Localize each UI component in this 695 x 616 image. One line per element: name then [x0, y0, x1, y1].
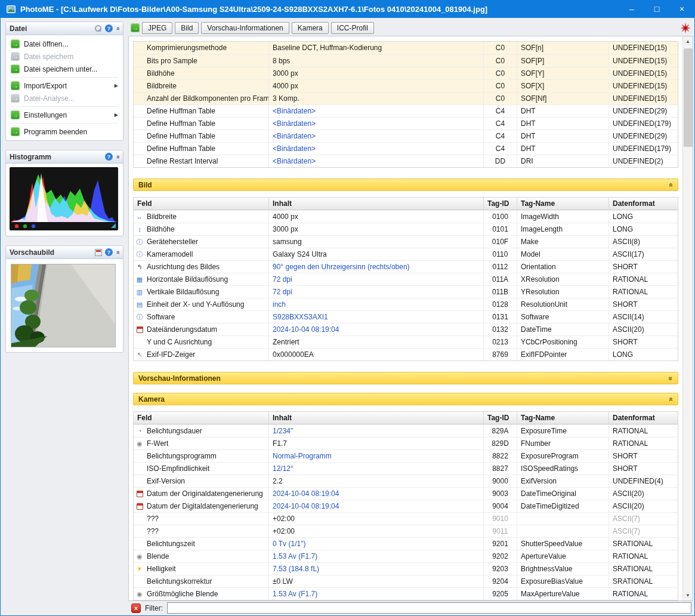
scroll-down-button[interactable]: ▼	[683, 590, 693, 600]
help-icon[interactable]: ?	[105, 24, 113, 32]
table-row[interactable]: Exif-Version2.29000ExifVersionUNDEFINED(…	[134, 475, 678, 487]
green-channel-dot[interactable]	[23, 224, 27, 228]
table-row[interactable]: Dateiänderungsdatum2024-10-04 08:19:0401…	[134, 323, 678, 335]
cell-inhalt[interactable]: inch	[268, 298, 483, 310]
resolution-y-icon: ▥	[137, 289, 143, 295]
panel-header-vorschaubild[interactable]: Vorschaubild ? »	[6, 246, 123, 259]
collapse-icon[interactable]: »	[667, 397, 675, 401]
sidebar-item[interactable]: →Programm beenden	[6, 125, 123, 138]
cell-inhalt[interactable]: 7.53 (184.8 fL)	[268, 563, 483, 575]
table-row[interactable]: Define Huffman Table<Binärdaten>C4DHTUND…	[134, 130, 678, 142]
vertical-scrollbar[interactable]: ▲ ▼	[682, 36, 693, 600]
table-row[interactable]: ISO-Empfindlichkeit12/12°8827ISOSpeedRat…	[134, 462, 678, 475]
table-row[interactable]: Define Huffman Table<Binärdaten>C4DHTUND…	[134, 117, 678, 130]
section-header-kamera[interactable]: Kamera »	[133, 393, 678, 405]
cell-inhalt[interactable]: 0 Tv (1/1")	[268, 538, 483, 550]
cell-inhalt[interactable]: Normal-Programm	[268, 450, 483, 462]
cell-inhalt[interactable]: <Binärdaten>	[268, 105, 483, 117]
filter-input[interactable]	[167, 602, 691, 614]
maximize-button[interactable]: □	[644, 0, 669, 18]
table-row[interactable]: ▦Horizontale Bildauflösung72 dpi011AXRes…	[134, 273, 678, 285]
red-channel-dot[interactable]	[15, 224, 18, 228]
bild-table: FeldInhaltTag-IDTag-NameDatenformat↔Bild…	[133, 197, 678, 361]
section-header-bild[interactable]: Bild »	[133, 178, 678, 191]
cell-inhalt[interactable]: 12/12°	[268, 463, 483, 475]
table-row[interactable]: ▤Einheit der X- und Y-Auflösunginch0128R…	[134, 298, 678, 310]
table-row[interactable]: ◉F-WertF1.7829DFNumberRATIONAL	[134, 437, 678, 449]
cell-inhalt[interactable]: 72 dpi	[268, 286, 483, 298]
table-row[interactable]: ???+02:009010ASCII(7)	[134, 512, 678, 525]
filter-close-icon[interactable]: ×	[131, 603, 141, 613]
cell-inhalt[interactable]: <Binärdaten>	[268, 130, 483, 142]
collapse-chevron-icon[interactable]: »	[114, 250, 121, 254]
table-row[interactable]: ◉Blende1.53 Av (F1.7)9202ApertureValueRA…	[134, 550, 678, 562]
cell-inhalt[interactable]: <Binärdaten>	[268, 118, 483, 130]
cell-inhalt[interactable]: 90° gegen den Uhrzeigersinn (rechts/oben…	[268, 261, 483, 273]
sidebar-item[interactable]: →Datei speichern unter...	[6, 63, 123, 75]
table-row[interactable]: ◔Belichtungsdauer1/234"829AExposureTimeR…	[134, 424, 678, 437]
cell-inhalt[interactable]: 1.53 Av (F1.7)	[268, 550, 483, 562]
sidebar-item[interactable]: →Import/Export▶	[6, 79, 123, 92]
table-row[interactable]: ↰Ausrichtung des Bildes90° gegen den Uhr…	[134, 260, 678, 273]
table-row[interactable]: ⓘGeräteherstellersamsung010FMakeASCII(8)	[134, 235, 678, 248]
cell-inhalt[interactable]: 1/234"	[268, 425, 483, 437]
table-row[interactable]: Belichtungszeit0 Tv (1/1")9201ShutterSpe…	[134, 537, 678, 550]
sidebar-item[interactable]: →Einstellungen▶	[6, 109, 123, 121]
cell-format: ASCII(17)	[608, 248, 678, 260]
table-row[interactable]: Datum der Digitaldatengenerierung2024-10…	[134, 500, 678, 512]
table-row[interactable]: ⓘSoftwareS928BXXS3AXI10131SoftwareASCII(…	[134, 310, 678, 323]
table-row[interactable]: ◉Größtmögliche Blende1.53 Av (F1.7)9205M…	[134, 587, 678, 600]
collapse-chevron-icon[interactable]: »	[114, 155, 121, 158]
table-row[interactable]: ↖Exif-IFD-Zeiger0x000000EA8769ExifIFDPoi…	[134, 348, 678, 361]
table-row[interactable]: Y und C AusrichtungZentriert0213YCbCrPos…	[134, 335, 678, 348]
preview-image[interactable]	[11, 264, 116, 347]
table-row[interactable]: Define Huffman Table<Binärdaten>C4DHTUND…	[134, 104, 678, 117]
tab-kamera[interactable]: Kamera	[292, 22, 329, 34]
detach-icon[interactable]	[95, 249, 102, 256]
table-row[interactable]: Define Huffman Table<Binärdaten>C4DHTUND…	[134, 142, 678, 155]
table-row[interactable]: Define Restart Interval<Binärdaten>DDDRI…	[134, 155, 678, 167]
minimize-button[interactable]: –	[619, 0, 644, 18]
sidebar-item[interactable]: →Datei öffnen...	[6, 38, 123, 50]
tab-jpeg[interactable]: JPEG	[142, 22, 172, 34]
cell-inhalt[interactable]: 2024-10-04 08:19:04	[268, 500, 483, 512]
collapse-chevron-icon[interactable]: »	[114, 26, 121, 30]
close-button[interactable]: ×	[669, 0, 694, 18]
table-row[interactable]: ↕Bildhöhe3000 px0101ImageLengthLONG	[134, 223, 678, 235]
help-icon[interactable]: ?	[105, 153, 113, 161]
cell-inhalt[interactable]: S928BXXS3AXI1	[268, 311, 483, 323]
table-row[interactable]: Bits pro Sample8 bpsC0SOF[P]UNDEFINED(15…	[134, 54, 678, 67]
table-row[interactable]: Belichtungskorrektur±0 LW9204ExposureBia…	[134, 575, 678, 587]
table-row[interactable]: BelichtungsprogrammNormal-Programm8822Ex…	[134, 449, 678, 462]
section-header-vorschau-informationen[interactable]: Vorschau-Informationen »	[133, 372, 678, 384]
table-row[interactable]: Bildhöhe3000 pxC0SOF[Y]UNDEFINED(15)	[134, 67, 678, 79]
table-row[interactable]: ☀Helligkeit7.53 (184.8 fL)9203Brightness…	[134, 562, 678, 575]
help-icon[interactable]: ?	[105, 248, 113, 256]
tab-bild[interactable]: Bild	[175, 22, 199, 34]
table-row[interactable]: ↔Bildbreite4000 px0100ImageWidthLONG	[134, 210, 678, 223]
cell-inhalt[interactable]: 2024-10-04 08:19:04	[268, 324, 483, 335]
search-icon[interactable]	[95, 25, 102, 32]
table-row[interactable]: Datum der Originaldatengenerierung2024-1…	[134, 487, 678, 500]
table-row[interactable]: ???+02:009011ASCII(7)	[134, 525, 678, 537]
cell-inhalt[interactable]: 2024-10-04 08:19:04	[268, 488, 483, 500]
expand-icon[interactable]: »	[667, 376, 675, 380]
table-row[interactable]: Anzahl der Bildkomponenten pro Frame3 Ko…	[134, 92, 678, 104]
cell-inhalt[interactable]: <Binärdaten>	[268, 143, 483, 155]
table-row[interactable]: ⓘKameramodellGalaxy S24 Ultra0110ModelAS…	[134, 248, 678, 260]
scroll-thumb[interactable]	[684, 48, 693, 147]
tab-icc-profil[interactable]: ICC-Profil	[331, 22, 374, 34]
cell-inhalt[interactable]: 1.53 Av (F1.7)	[268, 588, 483, 600]
cell-inhalt[interactable]: 72 dpi	[268, 273, 483, 285]
table-row[interactable]: KomprimierungsmethodeBaseline DCT, Huffm…	[134, 42, 678, 54]
panel-header-histogramm[interactable]: Histogramm ? »	[6, 150, 123, 164]
expand-all-icon[interactable]: →	[131, 23, 140, 32]
cell-inhalt[interactable]: <Binärdaten>	[268, 155, 483, 167]
table-row[interactable]: Bildbreite4000 pxC0SOF[X]UNDEFINED(15)	[134, 79, 678, 92]
blue-channel-dot[interactable]	[32, 224, 35, 228]
collapse-icon[interactable]: »	[667, 183, 675, 187]
scroll-up-button[interactable]: ▲	[683, 36, 693, 47]
panel-header-datei[interactable]: Datei ? »	[6, 22, 123, 35]
table-row[interactable]: ▥Vertikale Bildauflösung72 dpi011BYResol…	[134, 285, 678, 298]
tab-vorschau-informationen[interactable]: Vorschau-Informationen	[201, 22, 289, 34]
